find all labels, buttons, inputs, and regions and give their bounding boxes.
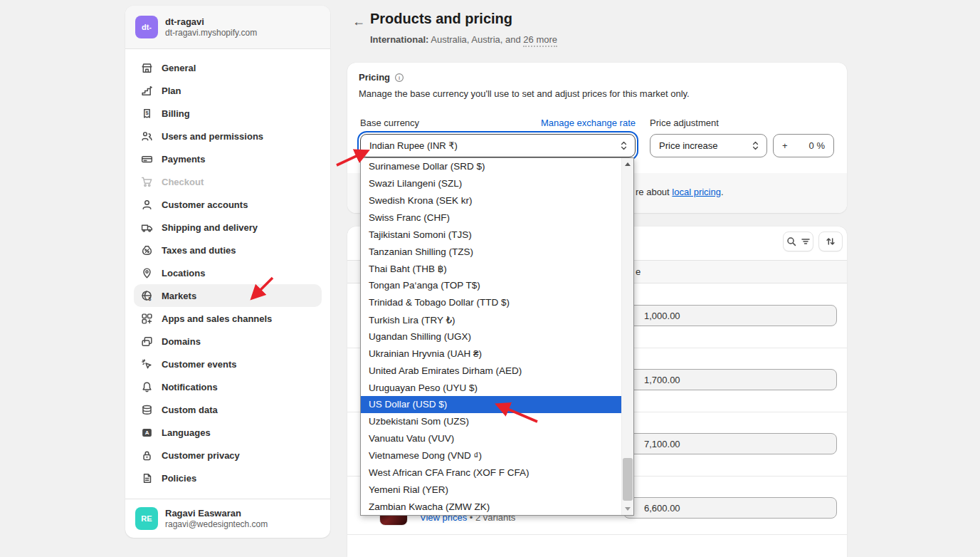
lock-icon	[141, 449, 153, 462]
settings-nav: General Plan $ Billing Users and permiss…	[125, 49, 330, 499]
store-domain: dt-ragavi.myshopify.com	[165, 28, 257, 38]
sidebar-item-label: Policies	[162, 473, 196, 484]
payments-card-icon	[141, 153, 153, 165]
base-currency-label: Base currency	[360, 118, 419, 128]
back-arrow-icon[interactable]: ←	[351, 14, 367, 29]
select-stepper-icon	[752, 140, 759, 151]
scrollbar-thumb[interactable]	[623, 458, 633, 501]
user-name: Ragavi Easwaran	[165, 508, 268, 519]
currency-option[interactable]: Trinidad & Tobago Dollar (TTD $)	[361, 294, 621, 311]
sidebar-item-label: Markets	[162, 291, 196, 301]
store-switcher[interactable]: dt- dt-ragavi dt-ragavi.myshopify.com	[125, 6, 330, 49]
sidebar-item-languages[interactable]: A Languages	[134, 421, 322, 444]
row-divider	[347, 534, 847, 535]
price-input[interactable]: 6,600.00	[623, 497, 837, 519]
sidebar-item-customer-events[interactable]: Customer events	[134, 353, 322, 375]
price-input[interactable]: 1,700.00	[623, 369, 837, 390]
market-name: International:	[370, 34, 428, 45]
breadcrumb-subtitle: International: Australia, Austria, and 2…	[370, 34, 557, 45]
price-adjustment-type-select[interactable]: Price increase	[650, 134, 767, 157]
sidebar-item-payments[interactable]: Payments	[134, 147, 322, 170]
currency-option[interactable]: United Arab Emirates Dirham (AED)	[361, 362, 621, 379]
sidebar-item-label: General	[162, 63, 196, 73]
currency-option[interactable]: Tanzanian Shilling (TZS)	[361, 243, 621, 260]
location-pin-icon	[141, 267, 153, 279]
shipping-truck-icon	[141, 222, 153, 234]
sidebar-item-policies[interactable]: Policies	[134, 467, 322, 489]
currency-option[interactable]: Swedish Krona (SEK kr)	[361, 192, 621, 209]
currency-option[interactable]: Ukrainian Hryvnia (UAH ₴)	[361, 345, 621, 362]
price-adjustment-percent-input[interactable]: + 0 %	[773, 134, 834, 157]
shopify-settings-screen: dt- dt-ragavi dt-ragavi.myshopify.com Ge…	[0, 0, 980, 557]
currency-option[interactable]: Yemeni Rial (YER)	[361, 481, 621, 498]
currency-option[interactable]: Turkish Lira (TRY ₺)	[361, 311, 621, 328]
sort-arrows-icon	[825, 236, 836, 247]
database-icon	[141, 404, 153, 416]
scrollbar-up-arrow[interactable]	[622, 158, 633, 170]
sort-button[interactable]	[818, 231, 843, 251]
sidebar-item-label: Billing	[162, 108, 190, 119]
customer-person-icon	[141, 199, 153, 211]
sidebar-item-label: Customer privacy	[162, 450, 240, 461]
sidebar-item-label: Checkout	[162, 177, 204, 187]
currency-option[interactable]: Uruguayan Peso (UYU $)	[361, 379, 621, 396]
sidebar-item-markets[interactable]: $ Markets	[134, 284, 322, 307]
currency-option[interactable]: Tongan Pa‘anga (TOP T$)	[361, 277, 621, 294]
currency-option-selected[interactable]: US Dollar (USD $)	[361, 396, 621, 413]
local-pricing-link[interactable]: local pricing	[672, 187, 721, 197]
sidebar-item-domains[interactable]: Domains	[134, 330, 322, 353]
sidebar-item-taxes-duties[interactable]: Taxes and duties	[134, 239, 322, 261]
dropdown-scrollbar[interactable]	[621, 158, 633, 515]
sidebar-item-customer-privacy[interactable]: Customer privacy	[134, 444, 322, 467]
pricing-card-title: Pricing i	[359, 72, 404, 83]
user-account[interactable]: RE Ragavi Easwaran ragavi@wedesigntech.c…	[125, 499, 330, 538]
sidebar-item-checkout: Checkout	[134, 170, 322, 193]
sidebar-item-notifications[interactable]: Notifications	[134, 375, 322, 398]
currency-option[interactable]: Thai Baht (THB ฿)	[361, 260, 621, 277]
taxes-moneybag-icon	[141, 244, 153, 256]
bell-icon	[141, 381, 153, 393]
base-currency-select[interactable]: Indian Rupee (INR ₹)	[360, 134, 636, 157]
more-countries-link[interactable]: 26 more	[523, 34, 557, 47]
currency-option[interactable]: Swiss Franc (CHF)	[361, 209, 621, 227]
price-input[interactable]: 1,000.00	[623, 305, 837, 326]
info-icon[interactable]: i	[394, 73, 404, 83]
currency-option[interactable]: West African CFA Franc (XOF F CFA)	[361, 464, 621, 481]
currency-option-list: Surinamese Dollar (SRD $) Swazi Lilangen…	[361, 158, 621, 515]
sidebar-item-shipping-delivery[interactable]: Shipping and delivery	[134, 216, 322, 239]
sidebar-item-customer-accounts[interactable]: Customer accounts	[134, 193, 322, 216]
sidebar-item-apps-sales-channels[interactable]: Apps and sales channels	[134, 307, 322, 330]
currency-option[interactable]: Vietnamese Dong (VND ₫)	[361, 447, 621, 464]
currency-option[interactable]: Uzbekistani Som (UZS)	[361, 413, 621, 430]
price-adjustment-type-value: Price increase	[659, 140, 752, 151]
sidebar-item-users-permissions[interactable]: Users and permissions	[134, 125, 322, 147]
sidebar-item-locations[interactable]: Locations	[134, 261, 322, 284]
currency-option[interactable]: Ugandan Shilling (UGX)	[361, 328, 621, 345]
filter-icon	[800, 236, 811, 247]
domains-windows-icon	[141, 335, 153, 348]
currency-option[interactable]: Tajikistani Somoni (TJS)	[361, 226, 621, 243]
manage-exchange-rate-link[interactable]: Manage exchange rate	[541, 118, 636, 128]
scrollbar-down-arrow[interactable]	[622, 503, 633, 515]
search-filter-button[interactable]	[783, 231, 813, 251]
billing-icon: $	[141, 108, 153, 120]
sidebar-item-label: Apps and sales channels	[162, 313, 272, 324]
translate-icon: A	[141, 427, 153, 439]
sidebar-item-label: Shipping and delivery	[162, 222, 258, 233]
apps-grid-icon	[141, 313, 153, 325]
sidebar-item-custom-data[interactable]: Custom data	[134, 398, 322, 421]
sidebar-item-plan[interactable]: Plan	[134, 79, 322, 102]
plan-icon	[141, 85, 153, 97]
user-email: ragavi@wedesigntech.com	[165, 519, 268, 530]
policy-doc-icon	[141, 472, 153, 484]
currency-option[interactable]: Vanuatu Vatu (VUV)	[361, 430, 621, 447]
currency-option[interactable]: Zambian Kwacha (ZMW ZK)	[361, 498, 621, 515]
currency-option[interactable]: Swazi Lilangeni (SZL)	[361, 175, 621, 192]
price-input[interactable]: 7,100.00	[623, 433, 837, 454]
sidebar-item-billing[interactable]: $ Billing	[134, 102, 322, 125]
page-title: Products and pricing	[370, 11, 512, 27]
currency-option[interactable]: Surinamese Dollar (SRD $)	[361, 158, 621, 175]
sidebar-item-general[interactable]: General	[134, 56, 322, 79]
cursor-click-icon	[141, 358, 153, 370]
banner-text-fragment: re about	[636, 187, 672, 197]
